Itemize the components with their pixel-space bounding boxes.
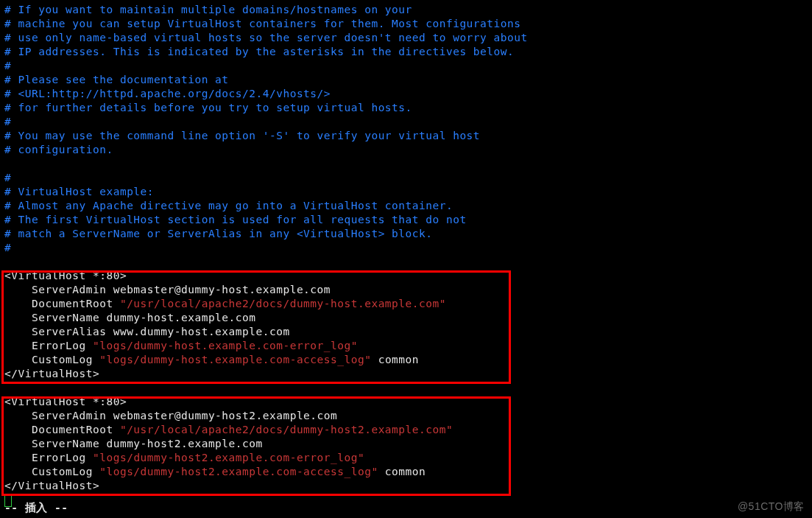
code-line: # use only name-based virtual hosts so t…	[4, 31, 808, 45]
code-line: </VirtualHost>	[4, 367, 808, 381]
code-line: <VirtualHost *:80>	[4, 395, 808, 409]
code-line: CustomLog "logs/dummy-host.example.com-a…	[4, 353, 808, 367]
code-line: DocumentRoot "/usr/local/apache2/docs/du…	[4, 297, 808, 311]
code-line: # You may use the command line option '-…	[4, 129, 808, 143]
code-line: # machine you can setup VirtualHost cont…	[4, 17, 808, 31]
code-line: # The first VirtualHost section is used …	[4, 213, 808, 227]
code-line: # If you want to maintain multiple domai…	[4, 3, 808, 17]
code-line: # VirtualHost example:	[4, 185, 808, 199]
code-line: # for further details before you try to …	[4, 101, 808, 115]
code-line: CustomLog "logs/dummy-host2.example.com-…	[4, 465, 808, 479]
watermark-text: @51CTO博客	[738, 500, 805, 514]
vim-mode-status: -- 插入 --	[4, 501, 68, 515]
code-line: #	[4, 59, 808, 73]
code-line: ServerAlias www.dummy-host.example.com	[4, 325, 808, 339]
code-line	[4, 381, 808, 395]
code-line: # configuration.	[4, 143, 808, 157]
code-line: ServerName dummy-host2.example.com	[4, 437, 808, 451]
code-line: # IP addresses. This is indicated by the…	[4, 45, 808, 59]
code-line: </VirtualHost>	[4, 479, 808, 493]
code-line: # match a ServerName or ServerAlias in a…	[4, 227, 808, 241]
code-line	[4, 157, 808, 171]
code-line: #	[4, 241, 808, 255]
code-line: ServerAdmin webmaster@dummy-host2.exampl…	[4, 409, 808, 423]
code-line: DocumentRoot "/usr/local/apache2/docs/du…	[4, 423, 808, 437]
code-line: #	[4, 171, 808, 185]
code-line: <VirtualHost *:80>	[4, 269, 808, 283]
code-line: # Almost any Apache directive may go int…	[4, 199, 808, 213]
code-line: ServerName dummy-host.example.com	[4, 311, 808, 325]
code-line: # <URL:http://httpd.apache.org/docs/2.4/…	[4, 87, 808, 101]
code-line: ServerAdmin webmaster@dummy-host.example…	[4, 283, 808, 297]
code-line	[4, 255, 808, 269]
code-line: # Please see the documentation at	[4, 73, 808, 87]
code-line: ErrorLog "logs/dummy-host.example.com-er…	[4, 339, 808, 353]
editor-pane[interactable]: # If you want to maintain multiple domai…	[0, 0, 812, 496]
code-line: ErrorLog "logs/dummy-host2.example.com-e…	[4, 451, 808, 465]
code-line: #	[4, 115, 808, 129]
